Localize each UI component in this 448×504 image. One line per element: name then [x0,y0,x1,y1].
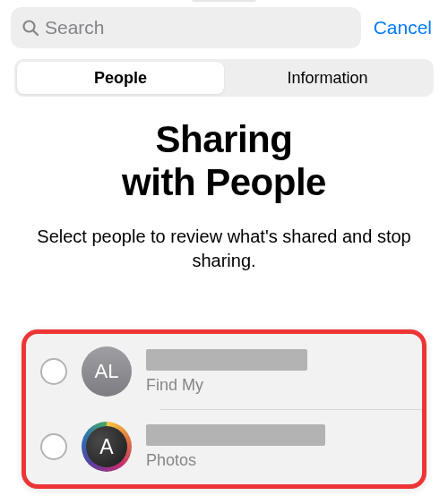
segment-control: People Information [14,59,434,97]
sheet-grabber[interactable] [192,0,256,2]
search-icon [22,19,39,37]
tab-people[interactable]: People [17,62,224,94]
search-placeholder: Search [45,17,105,38]
item-body: Photos [146,424,408,470]
search-input[interactable]: Search [11,7,361,48]
select-radio[interactable] [40,358,67,385]
select-radio[interactable] [40,433,67,460]
top-bar: Search Cancel [0,0,448,56]
person-name-redacted [146,349,307,371]
person-name-redacted [146,424,325,446]
avatar: A [82,422,132,472]
avatar-initials: A [99,435,113,459]
page-subtitle: Select people to review what's shared an… [29,225,419,273]
list-item[interactable]: A Photos [26,409,422,484]
heading-line-1: Sharing [156,118,293,160]
avatar: AL [82,346,132,397]
svg-line-1 [34,31,39,36]
people-list-highlighted: AL Find My A Photos [22,329,426,489]
app-label: Photos [146,451,408,470]
app-label: Find My [146,376,408,395]
heading-line-2: with People [122,161,326,203]
list-item[interactable]: AL Find My [26,334,422,409]
page-title: Sharing with People [0,118,448,205]
cancel-button[interactable]: Cancel [372,17,434,38]
item-body: Find My [146,349,408,395]
svg-point-0 [24,21,35,32]
tab-information[interactable]: Information [224,62,431,94]
avatar-initials: AL [95,360,119,383]
